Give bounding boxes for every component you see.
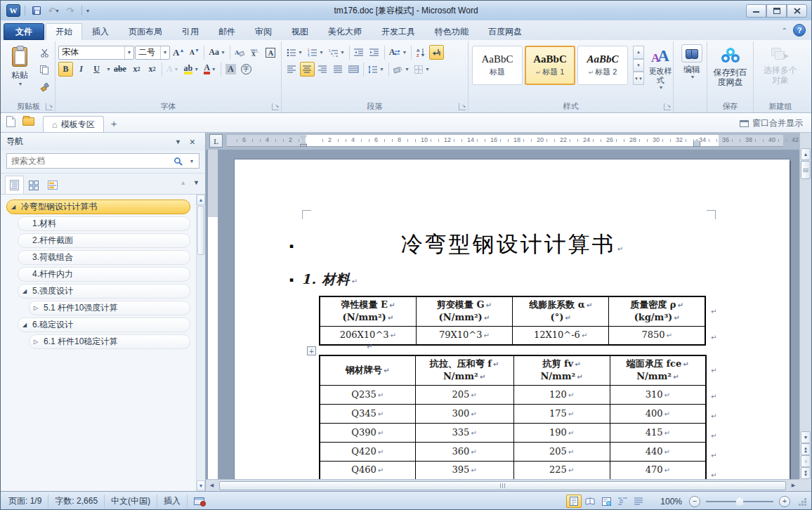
tab-视图[interactable]: 视图 [282,23,318,40]
page-indicator[interactable]: 页面: 1/9 [2,495,48,509]
highlight-color-button[interactable]: ab▼ [182,62,202,77]
font-name-select[interactable]: 宋体▼ [58,46,134,60]
tab-template-zone[interactable]: ⌂ 模板专区 [43,116,104,132]
tab-审阅[interactable]: 审阅 [245,23,282,40]
left-indent-marker[interactable] [300,144,307,147]
line-spacing-button[interactable]: ▼ [366,62,386,77]
scroll-up-icon[interactable]: ▲ [801,148,811,160]
zoom-in-button[interactable]: + [779,496,790,507]
word-logo-icon[interactable]: W [6,4,20,17]
nav-heading-item[interactable]: ▷6.1 杆件10稳定计算 [29,334,190,349]
increase-indent-button[interactable] [367,45,382,60]
vertical-ruler[interactable] [208,150,218,479]
open-folder-icon[interactable] [22,117,34,126]
nav-close-icon[interactable]: × [185,136,199,148]
borders-button[interactable]: ▼ [412,62,432,77]
language-indicator[interactable]: 中文(中国) [105,495,157,509]
zoom-level[interactable]: 100% [660,497,682,506]
print-layout-view-button[interactable] [566,495,582,508]
tab-browse-headings[interactable] [5,176,24,194]
nav-heading-item[interactable]: ◢5.强度设计 [18,284,190,299]
style-gallery-more[interactable]: ▼▼ [633,72,644,85]
tab-页面布局[interactable]: 页面布局 [119,23,172,40]
collapse-icon[interactable]: ◢ [22,322,32,328]
minimize-ribbon-icon[interactable]: ⌃ [782,27,787,34]
customize-qat-icon[interactable]: ▾ [86,8,89,14]
scroll-up-icon[interactable]: ▲ [197,195,205,205]
search-icon[interactable] [171,154,185,168]
enclose-characters-button[interactable]: 字 [239,62,254,77]
scroll-thumb[interactable] [801,161,811,179]
horizontal-ruler[interactable]: 6422468101214161820222426283032343638404… [227,135,783,146]
new-document-icon[interactable] [6,116,15,127]
numbering-button[interactable]: 123▼ [306,45,326,60]
format-painter-button[interactable] [37,79,52,94]
nav-heading-item[interactable]: 1.材料 [18,216,190,231]
fullscreen-reading-view-button[interactable] [582,495,598,508]
scroll-left-icon[interactable]: ◀ [206,480,218,491]
nav-options-icon[interactable]: ▼ [171,138,185,145]
new-tab-button[interactable]: + [111,117,117,132]
style-scroll-down[interactable]: ▼ [633,59,644,72]
collapse-icon[interactable]: ◢ [22,288,32,294]
paragraph-dialog-launcher[interactable]: ↘ [459,103,466,110]
paste-button[interactable]: 粘贴 ▼ [5,44,34,99]
close-button[interactable] [787,4,807,18]
merge-windows-button[interactable]: 窗口合并显示 [740,117,803,129]
style-scroll-up[interactable]: ▲ [633,46,644,59]
insert-mode-indicator[interactable]: 插入 [157,495,188,509]
tab-selector[interactable]: L [209,134,223,148]
style-card-标题 1[interactable]: AaBbC↵标题 1 [525,46,575,85]
previous-page-button[interactable]: ▲▲ [801,443,811,455]
decrease-indent-button[interactable] [352,45,367,60]
font-color-button[interactable]: A▼ [202,62,218,77]
text-effects-button[interactable]: A▼ [164,62,181,77]
align-left-button[interactable] [284,62,299,77]
help-icon[interactable]: ? [793,24,806,37]
cut-button[interactable] [37,46,52,60]
resize-grip[interactable] [797,497,807,506]
copy-button[interactable] [37,63,52,77]
sort-button[interactable]: AZ [414,45,428,60]
scroll-right-icon[interactable]: ▶ [787,480,799,491]
underline-button[interactable]: U [89,62,104,77]
editing-button[interactable]: 编辑 ▼ [678,44,706,102]
superscript-button[interactable]: x2 [145,62,159,77]
clear-formatting-button[interactable]: A [233,45,247,60]
nav-heading-item[interactable]: ◢6.稳定设计 [18,318,190,332]
select-browse-object-button[interactable]: ○ [801,455,811,467]
scroll-down-icon[interactable]: ▼ [801,431,811,443]
character-shading-button[interactable]: A [223,62,238,77]
tab-browse-pages[interactable] [24,176,43,194]
bold-button[interactable]: B [58,62,73,77]
expand-icon[interactable]: ▷ [34,339,44,345]
macro-record-button[interactable] [188,495,211,509]
zoom-slider-track[interactable] [706,501,773,502]
zoom-out-button[interactable]: − [689,496,700,507]
styles-dialog-launcher[interactable]: ↘ [664,103,671,110]
tab-browse-results[interactable] [43,176,62,194]
restore-button[interactable] [766,4,787,18]
outline-view-button[interactable] [615,495,630,508]
tab-开始[interactable]: 开始 [46,23,82,40]
tab-file[interactable]: 文件 [4,23,44,40]
strikethrough-button[interactable]: abe [112,62,129,77]
horizontal-scrollbar[interactable]: ◀ ▶ [206,479,799,491]
collapse-icon[interactable]: ◢ [11,204,21,210]
change-case-button[interactable]: Aa▼ [207,45,228,60]
tab-百度网盘[interactable]: 百度网盘 [478,23,532,40]
shading-button[interactable]: ▼ [391,62,412,77]
font-size-select[interactable]: 二号▼ [135,46,170,60]
undo-button[interactable]: ↶▾ [46,4,60,17]
align-right-button[interactable] [315,62,330,77]
table-move-handle[interactable]: + [307,346,316,355]
style-card-标题 2[interactable]: AaBbC↵标题 2 [577,46,628,85]
next-heading-icon[interactable]: ▼ [193,179,199,186]
tab-邮件[interactable]: 邮件 [209,23,245,40]
search-options-icon[interactable]: ▼ [185,154,199,168]
change-styles-button[interactable]: AA 更改样式 ▼ [647,44,674,100]
font-dialog-launcher[interactable]: ↘ [272,103,279,110]
asian-layout-button[interactable]: A▼ [387,45,410,60]
vertical-scrollbar[interactable]: ▲ ▼ ▲▲ ○ ▼▼ [799,133,811,479]
page-area[interactable]: ▪ 冷弯型钢设计计算书↵ ▪ 1. 材料↵ 弹性模量 E↵(N/mm²)↵剪变模… [206,150,799,479]
